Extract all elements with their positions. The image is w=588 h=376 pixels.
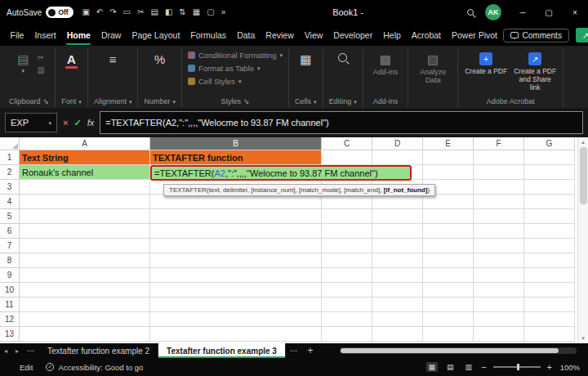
cell-A6[interactable]	[20, 224, 150, 239]
cell-A13[interactable]	[20, 327, 150, 342]
row-header-3[interactable]: 3	[0, 180, 20, 195]
paste-icon[interactable]: ▤	[147, 0, 161, 25]
new-sheet-button[interactable]: +	[302, 343, 318, 358]
cell-B5[interactable]	[150, 209, 322, 224]
conditional-formatting-button[interactable]: Conditional Formatting▾	[188, 49, 283, 61]
menu-tab-data[interactable]: Data	[232, 25, 261, 46]
row-header-6[interactable]: 6	[0, 224, 20, 239]
analyze-data-button[interactable]: ▧ Analyze Data	[414, 49, 452, 85]
sheet-nav-left-icon[interactable]: ◂	[0, 343, 11, 358]
row-header-12[interactable]: 12	[0, 312, 20, 327]
row-header-8[interactable]: 8	[0, 253, 20, 268]
cell-C7[interactable]	[322, 239, 372, 253]
cell-D10[interactable]	[372, 283, 423, 298]
menu-tab-home[interactable]: Home	[61, 25, 96, 46]
normal-view-button[interactable]: ▦	[426, 362, 439, 372]
insert-function-icon[interactable]: fx	[87, 118, 95, 128]
cell-A7[interactable]	[20, 239, 150, 253]
cell-B1[interactable]: TEXTAFTER function	[150, 150, 322, 165]
row-header-7[interactable]: 7	[0, 239, 20, 253]
cell-G11[interactable]	[524, 298, 575, 312]
cut-icon[interactable]: ✂	[37, 54, 44, 62]
cell-B8[interactable]	[150, 253, 322, 268]
cell-B4[interactable]	[150, 195, 322, 209]
cell-E2[interactable]	[423, 165, 474, 180]
cell-styles-button[interactable]: Cell Styles▾	[188, 75, 283, 87]
cell-C9[interactable]	[322, 268, 372, 283]
cell-C10[interactable]	[322, 283, 372, 298]
cell-A2[interactable]: Ronauk's channel	[20, 165, 150, 180]
cell-D6[interactable]	[372, 224, 423, 239]
new-document-icon[interactable]: ▭	[120, 0, 134, 25]
row-header-4[interactable]: 4	[0, 195, 20, 209]
cell-G13[interactable]	[524, 327, 575, 342]
cell-E8[interactable]	[423, 253, 474, 268]
menu-tab-view[interactable]: View	[299, 25, 328, 46]
cell-F4[interactable]	[474, 195, 524, 209]
addins-button[interactable]: ▩ Add-ins	[369, 49, 403, 76]
scroll-down-icon[interactable]: ▾	[581, 335, 585, 342]
column-header-G[interactable]: G	[524, 137, 575, 150]
zoom-level[interactable]: 100%	[559, 363, 580, 372]
cell-E5[interactable]	[423, 209, 474, 224]
sort-icon[interactable]: ⇅	[176, 0, 189, 25]
avatar[interactable]: AK	[485, 4, 501, 20]
zoom-in-button[interactable]: +	[547, 362, 552, 372]
cell-B12[interactable]	[150, 312, 322, 327]
menu-tab-developer[interactable]: Developer	[328, 25, 378, 46]
cell-D4[interactable]	[372, 195, 423, 209]
cell-F7[interactable]	[474, 239, 524, 253]
cell-C12[interactable]	[322, 312, 372, 327]
cell-G5[interactable]	[524, 209, 575, 224]
zoom-slider-thumb[interactable]	[517, 364, 519, 370]
row-header-1[interactable]: 1	[0, 150, 20, 165]
column-header-D[interactable]: D	[372, 137, 423, 150]
cell-E13[interactable]	[423, 327, 474, 342]
cell-C5[interactable]	[322, 209, 372, 224]
cell-A12[interactable]	[20, 312, 150, 327]
page-layout-view-button[interactable]: ▤	[444, 362, 457, 372]
dialog-launcher-icon[interactable]: ⇘	[243, 97, 250, 105]
chart-icon[interactable]: ◧	[162, 0, 176, 25]
cell-G12[interactable]	[524, 312, 575, 327]
format-as-table-button[interactable]: Format as Table▾	[188, 62, 283, 74]
cell-C11[interactable]	[322, 298, 372, 312]
column-header-F[interactable]: F	[474, 137, 524, 150]
column-header-E[interactable]: E	[423, 137, 474, 150]
dialog-launcher-icon[interactable]: ⇘	[43, 97, 50, 105]
cell-F8[interactable]	[474, 253, 524, 268]
zoom-slider[interactable]	[493, 366, 541, 368]
menu-tab-file[interactable]: File	[5, 25, 29, 46]
sheet-tab-textafter-function-example-2[interactable]: Textafter function example 2	[39, 343, 158, 358]
column-header-B[interactable]: B	[150, 137, 322, 150]
cell-A8[interactable]	[20, 253, 150, 268]
cell-D12[interactable]	[372, 312, 423, 327]
menu-tab-help[interactable]: Help	[378, 25, 407, 46]
scrollbar-thumb[interactable]	[341, 348, 559, 353]
cell-D1[interactable]	[372, 150, 423, 165]
autosave-toggle[interactable]: AutoSave Off	[7, 7, 74, 18]
cell-G7[interactable]	[524, 239, 575, 253]
alignment-button[interactable]: ≡	[105, 49, 121, 65]
cell-A4[interactable]	[20, 195, 150, 209]
cell-F6[interactable]	[474, 224, 524, 239]
cell-A3[interactable]	[20, 180, 150, 195]
cell-F5[interactable]	[474, 209, 524, 224]
maximize-button[interactable]: ▢	[536, 0, 562, 25]
cell-C4[interactable]	[322, 195, 372, 209]
sheet-tab-textafter-function-example-3[interactable]: Textafter function example 3	[158, 343, 286, 358]
font-button[interactable]: A	[61, 49, 82, 69]
cell-G2[interactable]	[524, 165, 575, 180]
row-header-5[interactable]: 5	[0, 209, 20, 224]
cell-F9[interactable]	[474, 268, 524, 283]
formula-input[interactable]: =TEXTAFTER(A2,":",,,,"Welocme to 93.87 F…	[100, 111, 583, 134]
hidden-sheets-left-icon[interactable]: •••	[23, 343, 39, 358]
cell-B9[interactable]	[150, 268, 322, 283]
cell-G9[interactable]	[524, 268, 575, 283]
cell-C8[interactable]	[322, 253, 372, 268]
paste-button[interactable]: ▤ ▾	[13, 49, 33, 74]
cell-B10[interactable]	[150, 283, 322, 298]
create-a-pdf-and-share-link-button[interactable]: ↗Create a PDF and Share link	[513, 49, 557, 92]
cell-E9[interactable]	[423, 268, 474, 283]
cell-B6[interactable]	[150, 224, 322, 239]
